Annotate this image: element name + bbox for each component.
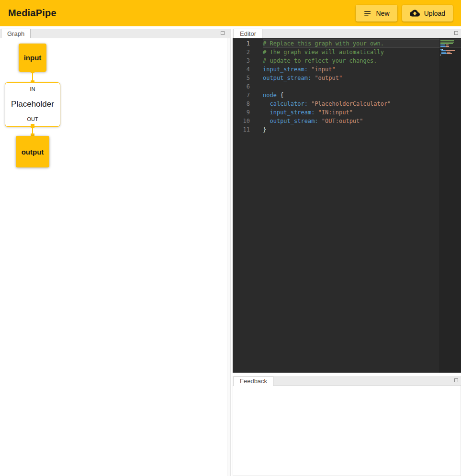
mediapipe-visualizer: MediaPipe New Upload [0, 0, 461, 476]
line-number: 5 [233, 74, 250, 82]
tab-graph[interactable]: Graph [1, 29, 31, 38]
code-line[interactable]: input_stream: "IN:input" [263, 108, 461, 117]
line-number: 1 [233, 39, 250, 48]
minimap-line [440, 40, 460, 41]
minimap-line [440, 43, 460, 44]
minimap-line [440, 46, 460, 47]
graph-tabstrip: Graph [0, 29, 230, 38]
code-line[interactable]: # Replace this graph with your own. [263, 39, 461, 48]
top-bar: MediaPipe New Upload [0, 0, 461, 26]
editor-code[interactable]: # Replace this graph with your own.# The… [258, 39, 461, 373]
editor-maximize-icon[interactable] [454, 31, 458, 35]
code-line[interactable]: output_stream: "output" [263, 74, 461, 82]
minimap-line [440, 55, 460, 55]
in-port-label: IN [30, 86, 35, 92]
upload-button-label: Upload [424, 10, 445, 17]
new-graph-icon [363, 9, 372, 18]
minimap-line [440, 44, 460, 45]
edge-connector-square [31, 124, 34, 128]
feedback-maximize-icon[interactable] [454, 378, 458, 382]
tab-feedback[interactable]: Feedback [234, 376, 273, 386]
editor-panel: Editor 1234567891011 # Replace this grap… [233, 29, 461, 373]
top-bar-actions: New Upload [356, 5, 453, 22]
app-title: MediaPipe [8, 8, 56, 19]
editor-tabstrip: Editor [233, 29, 461, 38]
minimap-line [440, 47, 460, 48]
minimap-line [440, 50, 460, 51]
line-number: 2 [233, 48, 250, 56]
graph-maximize-icon[interactable] [221, 31, 225, 35]
graph-canvas[interactable]: input IN Placeholder OUT output [0, 38, 227, 476]
input-node-label: input [24, 54, 42, 62]
edge-wire [32, 73, 33, 80]
out-port-label: OUT [27, 116, 38, 122]
code-line[interactable]: input_stream: "input" [263, 65, 461, 74]
code-line[interactable]: node { [263, 91, 461, 100]
line-number: 4 [233, 65, 250, 74]
line-number: 10 [233, 117, 250, 125]
minimap-line [440, 42, 460, 43]
feedback-tabstrip: Feedback [233, 376, 461, 386]
code-line[interactable]: output_stream: "OUT:output" [263, 117, 461, 125]
feedback-panel: Feedback [233, 376, 461, 476]
line-number: 6 [233, 82, 250, 91]
edge-placeholder-to-output [31, 124, 34, 137]
output-node-label: output [22, 148, 44, 156]
minimap-line [440, 53, 460, 54]
graph-scrollbar[interactable] [227, 38, 230, 476]
code-line[interactable] [263, 82, 461, 91]
placeholder-node-label: Placeholder [11, 100, 54, 109]
feedback-content [233, 386, 461, 476]
minimap-content [440, 40, 460, 55]
edge-wire [32, 128, 33, 133]
graph-node-output[interactable]: output [16, 136, 49, 167]
minimap-line [440, 52, 460, 53]
code-editor[interactable]: 1234567891011 # Replace this graph with … [233, 38, 461, 373]
code-line[interactable]: } [263, 125, 461, 134]
line-number: 3 [233, 56, 250, 65]
editor-gutter: 1234567891011 [233, 39, 258, 373]
minimap-line [440, 49, 460, 50]
graph-node-input[interactable]: input [19, 44, 46, 72]
line-number: 7 [233, 91, 250, 100]
cloud-upload-icon [410, 8, 420, 18]
code-line[interactable]: # update to reflect your changes. [263, 56, 461, 65]
line-number: 11 [233, 125, 250, 134]
upload-button[interactable]: Upload [402, 5, 453, 22]
editor-minimap[interactable] [439, 38, 461, 373]
edge-connector-square [31, 69, 34, 73]
tab-editor[interactable]: Editor [234, 29, 262, 38]
new-button-label: New [376, 10, 390, 17]
line-number: 9 [233, 108, 250, 117]
graph-panel: Graph input IN Placeholder OUT [0, 29, 231, 476]
new-button[interactable]: New [356, 5, 397, 22]
line-number: 8 [233, 100, 250, 108]
graph-node-placeholder[interactable]: IN Placeholder OUT [5, 82, 60, 127]
code-line[interactable]: calculator: "PlaceholderCalculator" [263, 100, 461, 108]
code-line[interactable]: # The graph view will automatically [263, 48, 461, 56]
